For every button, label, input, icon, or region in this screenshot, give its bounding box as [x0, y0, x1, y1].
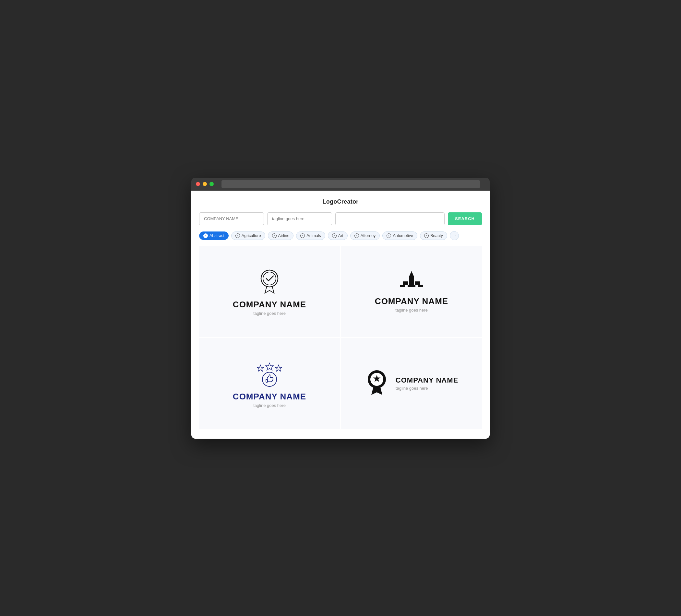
close-button[interactable] — [196, 182, 200, 186]
check-icon: ✓ — [272, 233, 277, 238]
search-button[interactable]: SEARCH — [448, 212, 482, 225]
svg-rect-5 — [415, 281, 420, 285]
filter-label: Animals — [306, 233, 321, 238]
filter-label: Agriculture — [242, 233, 261, 238]
stars-thumb-icon — [253, 359, 286, 388]
badge-inline-icon — [365, 369, 389, 398]
svg-rect-13 — [266, 379, 268, 382]
check-icon: ✓ — [424, 233, 429, 238]
app-title: LogoCreator — [199, 199, 482, 205]
minimize-button[interactable] — [203, 182, 207, 186]
keyword-input[interactable] — [335, 212, 445, 225]
maximize-button[interactable] — [209, 182, 214, 186]
address-bar[interactable] — [222, 180, 480, 188]
svg-point-0 — [261, 270, 278, 287]
filter-label: Beauty — [430, 233, 443, 238]
filter-label: Automotive — [393, 233, 413, 238]
rocket-icon — [397, 271, 426, 293]
logo-tagline-2: tagline goes here — [395, 308, 428, 312]
filter-art[interactable]: ✓ Art — [328, 231, 348, 240]
logo-card-4[interactable]: COMPANY NAME tagline goes here — [341, 338, 482, 429]
logo-tagline-4: tagline goes here — [396, 386, 458, 391]
svg-rect-6 — [400, 285, 405, 287]
logo-card-3[interactable]: COMPANY NAME tagline goes here — [199, 338, 340, 429]
card4-text: COMPANY NAME tagline goes here — [396, 376, 458, 391]
filters-next-button[interactable]: → — [450, 231, 459, 240]
check-icon: ✓ — [386, 233, 391, 238]
app-content: LogoCreator SEARCH ✓ Abstract ✓ Agricult… — [191, 190, 490, 439]
browser-window: LogoCreator SEARCH ✓ Abstract ✓ Agricult… — [191, 178, 490, 439]
filter-attorney[interactable]: ✓ Attorney — [350, 231, 380, 240]
logo-card-2[interactable]: COMPANY NAME tagline goes here — [341, 246, 482, 337]
logo-company-name-2: COMPANY NAME — [375, 296, 448, 306]
filter-animals[interactable]: ✓ Animals — [296, 231, 325, 240]
check-icon: ✓ — [354, 233, 359, 238]
svg-rect-7 — [408, 285, 415, 287]
filter-airline[interactable]: ✓ Airline — [268, 231, 294, 240]
filter-label: Art — [338, 233, 344, 238]
logo-grid: COMPANY NAME tagline goes here — [199, 246, 482, 429]
svg-marker-9 — [257, 365, 263, 371]
svg-rect-3 — [409, 277, 414, 285]
tagline-input[interactable] — [267, 212, 332, 225]
check-icon: ✓ — [332, 233, 336, 238]
check-icon: ✓ — [300, 233, 305, 238]
search-bar: SEARCH — [199, 212, 482, 225]
logo-company-name-1: COMPANY NAME — [233, 300, 306, 310]
filter-label: Airline — [278, 233, 289, 238]
svg-marker-2 — [409, 271, 414, 277]
filter-abstract[interactable]: ✓ Abstract — [199, 231, 229, 240]
svg-rect-8 — [418, 285, 423, 287]
logo-company-name-4: COMPANY NAME — [396, 376, 458, 385]
logo-company-name-3: COMPANY NAME — [233, 392, 306, 402]
svg-point-12 — [262, 372, 277, 386]
svg-point-1 — [263, 272, 276, 285]
filter-beauty[interactable]: ✓ Beauty — [420, 231, 447, 240]
svg-marker-10 — [266, 363, 273, 370]
filter-agriculture[interactable]: ✓ Agriculture — [231, 231, 265, 240]
svg-marker-11 — [275, 365, 282, 371]
svg-rect-4 — [403, 281, 408, 285]
logo-card-1[interactable]: COMPANY NAME tagline goes here — [199, 246, 340, 337]
logo-tagline-1: tagline goes here — [253, 311, 286, 316]
filter-label: Attorney — [361, 233, 376, 238]
category-filters: ✓ Abstract ✓ Agriculture ✓ Airline ✓ Ani… — [199, 231, 482, 240]
company-name-input[interactable] — [199, 212, 264, 225]
check-icon: ✓ — [235, 233, 240, 238]
title-bar — [191, 178, 490, 190]
check-icon: ✓ — [203, 233, 208, 238]
filter-label: Abstract — [209, 233, 224, 238]
filter-automotive[interactable]: ✓ Automotive — [382, 231, 418, 240]
logo-tagline-3: tagline goes here — [253, 403, 286, 408]
badge-icon — [256, 267, 282, 296]
